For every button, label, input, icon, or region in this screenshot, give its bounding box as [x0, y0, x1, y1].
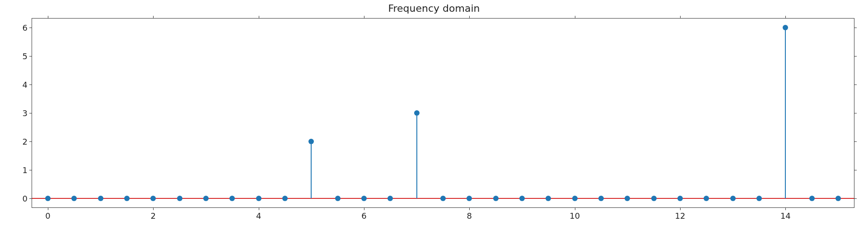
y-tick-mark: [854, 141, 857, 142]
y-tick-mark: [29, 141, 32, 142]
data-marker: [256, 196, 261, 201]
data-marker: [361, 196, 367, 201]
x-tick-mark: [48, 207, 48, 210]
x-tick-mark: [364, 207, 364, 210]
y-tick-mark: [854, 170, 857, 170]
x-tick-mark: [48, 16, 48, 19]
data-marker: [335, 196, 341, 201]
data-marker: [177, 196, 182, 201]
y-tick-mark: [854, 113, 857, 113]
data-marker: [572, 196, 578, 201]
data-marker: [625, 196, 630, 201]
data-marker: [414, 110, 420, 116]
x-tick-mark: [680, 16, 681, 19]
x-tick-mark: [259, 16, 259, 19]
data-marker: [308, 139, 314, 144]
data-marker: [71, 196, 77, 201]
chart-title: Frequency domain: [0, 3, 868, 14]
y-tick-mark: [854, 85, 857, 85]
data-marker: [704, 196, 709, 201]
y-tick-mark: [29, 28, 32, 28]
y-tick-mark: [854, 56, 857, 56]
data-marker: [651, 196, 657, 201]
data-marker: [124, 196, 130, 201]
data-marker: [282, 196, 288, 201]
data-marker: [756, 196, 762, 201]
x-tick-mark: [575, 16, 575, 19]
data-marker: [598, 196, 604, 201]
data-marker: [493, 196, 499, 201]
stem: [785, 28, 786, 198]
x-tick-mark: [785, 16, 786, 19]
x-tick-mark: [680, 207, 681, 210]
stem: [311, 141, 312, 198]
data-marker: [203, 196, 209, 201]
data-marker: [150, 196, 156, 201]
data-marker: [440, 196, 446, 201]
y-tick-mark: [29, 85, 32, 85]
x-tick-mark: [259, 207, 259, 210]
x-tick-mark: [469, 207, 470, 210]
x-tick-mark: [153, 16, 154, 19]
y-tick-mark: [29, 113, 32, 113]
y-tick-mark: [854, 198, 857, 199]
plot-area: 012345602468101214: [32, 18, 854, 208]
data-marker: [229, 196, 235, 201]
data-marker: [783, 25, 788, 30]
y-tick-mark: [29, 170, 32, 170]
x-tick-mark: [153, 207, 154, 210]
data-marker: [387, 196, 393, 201]
x-tick-mark: [575, 207, 575, 210]
x-tick-mark: [785, 207, 786, 210]
data-marker: [835, 196, 841, 201]
y-tick-mark: [854, 28, 857, 28]
y-tick-mark: [29, 56, 32, 56]
data-marker: [98, 196, 103, 201]
data-marker: [730, 196, 736, 201]
data-marker: [546, 196, 551, 201]
x-tick-mark: [364, 16, 364, 19]
data-marker: [677, 196, 683, 201]
data-marker: [45, 196, 51, 201]
data-marker: [519, 196, 525, 201]
stem: [416, 113, 417, 198]
x-tick-mark: [469, 16, 470, 19]
chart-container: Frequency domain 012345602468101214: [0, 0, 868, 235]
data-marker: [467, 196, 472, 201]
data-marker: [809, 196, 815, 201]
